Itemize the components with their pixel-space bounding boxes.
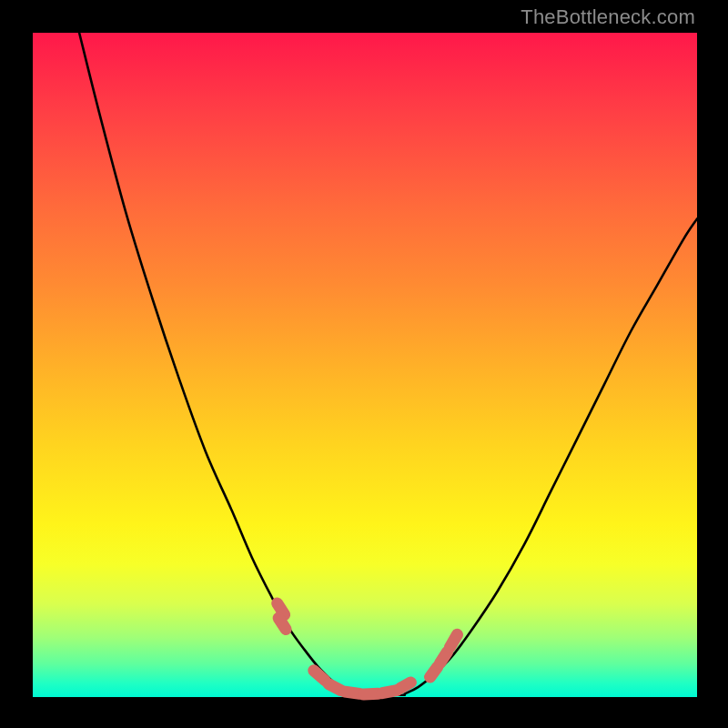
watermark-text: TheBottleneck.com bbox=[521, 5, 695, 29]
dash-bottom-1 bbox=[329, 683, 341, 690]
curve-layer bbox=[33, 33, 697, 697]
dash-left-1 bbox=[278, 618, 286, 629]
plot-area bbox=[33, 33, 697, 697]
dash-bottom-3 bbox=[364, 693, 379, 694]
dash-bottom-0 bbox=[314, 671, 325, 681]
dash-right-2 bbox=[450, 634, 457, 647]
dash-bottom-2 bbox=[345, 692, 359, 693]
dash-right-0 bbox=[430, 667, 438, 677]
chart-frame: TheBottleneck.com bbox=[0, 0, 728, 728]
dash-right-1 bbox=[440, 652, 447, 662]
dash-bottom-4 bbox=[382, 691, 397, 693]
dash-bottom-5 bbox=[400, 682, 411, 689]
left-curve bbox=[79, 33, 351, 693]
right-curve bbox=[405, 218, 697, 693]
